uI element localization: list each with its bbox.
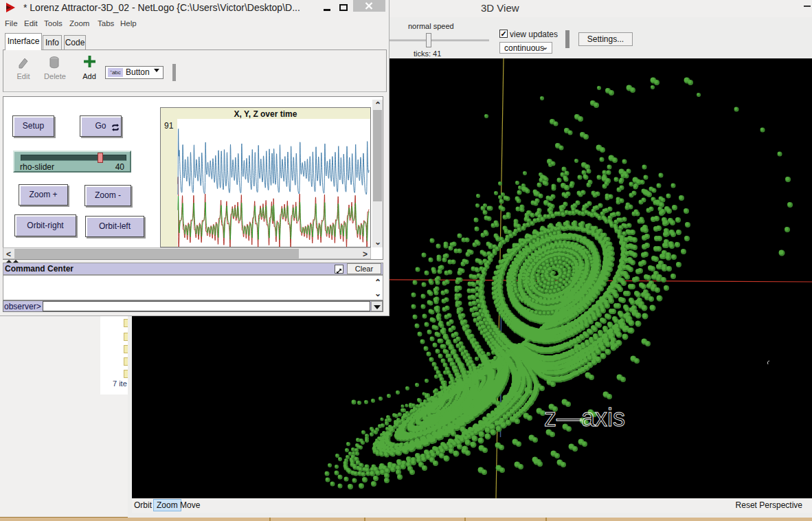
svg-text:z—axis: z—axis	[544, 403, 625, 432]
